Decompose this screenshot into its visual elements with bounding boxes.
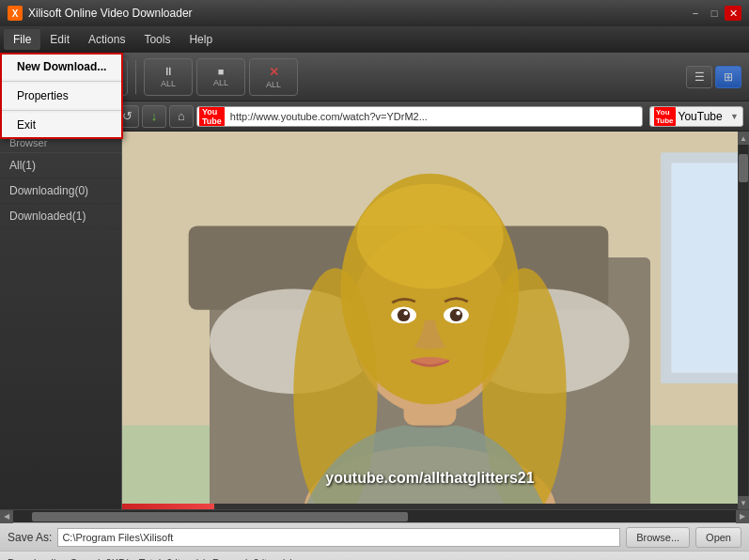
scroll-up-arrow[interactable]: ▲ bbox=[738, 132, 749, 145]
video-content bbox=[122, 132, 738, 509]
title-bar: X Xilisoft Online Video Downloader − □ ✕ bbox=[0, 0, 749, 26]
delete-all-icon: ✕ bbox=[269, 65, 279, 79]
delete-all-button[interactable]: ✕ ALL bbox=[249, 58, 298, 96]
menu-item-properties[interactable]: Properties bbox=[2, 84, 121, 108]
app-title: Xilisoft Online Video Downloader bbox=[28, 7, 687, 20]
save-as-label: Save As: bbox=[8, 531, 52, 544]
stop-all-button[interactable]: ■ ALL bbox=[196, 58, 245, 96]
svg-point-21 bbox=[456, 311, 460, 315]
svg-rect-3 bbox=[671, 163, 738, 373]
sidebar: Browser All(1) Downloading(0) Downloaded… bbox=[0, 132, 122, 509]
sidebar-item-all[interactable]: All(1) bbox=[0, 153, 121, 179]
horizontal-scrollbar: ◀ ▶ bbox=[0, 509, 749, 522]
pause-all-label: ALL bbox=[161, 79, 176, 88]
sidebar-item-downloaded[interactable]: Downloaded(1) bbox=[0, 204, 121, 229]
site-dropdown-icon: ▼ bbox=[730, 112, 739, 121]
home-icon: ⌂ bbox=[178, 109, 185, 123]
main-area: Browser All(1) Downloading(0) Downloaded… bbox=[0, 132, 749, 509]
scroll-left-arrow[interactable]: ◀ bbox=[0, 510, 13, 523]
video-area: youtube.com/allthatglitters21 bbox=[122, 132, 738, 509]
minimize-button[interactable]: − bbox=[687, 6, 704, 21]
list-view-button[interactable]: ☰ bbox=[686, 66, 712, 88]
yt-site-badge: YouTube bbox=[654, 107, 676, 126]
scroll-track[interactable] bbox=[739, 145, 748, 496]
menu-separator-1 bbox=[2, 81, 121, 82]
menu-tools[interactable]: Tools bbox=[134, 29, 179, 50]
grid-view-button[interactable]: ⊞ bbox=[715, 66, 741, 88]
video-frame: youtube.com/allthatglitters21 bbox=[122, 132, 738, 509]
sidebar-item-downloading[interactable]: Downloading(0) bbox=[0, 179, 121, 204]
file-dropdown-menu: New Download... Properties Exit bbox=[0, 53, 123, 139]
scroll-down-arrow[interactable]: ▼ bbox=[738, 496, 749, 509]
svg-point-18 bbox=[398, 309, 410, 321]
menu-item-new-download[interactable]: New Download... bbox=[2, 54, 121, 79]
menu-actions[interactable]: Actions bbox=[79, 29, 134, 50]
vertical-scrollbar[interactable]: ▲ ▼ bbox=[738, 132, 749, 509]
url-yt-badge: YouTube bbox=[199, 106, 225, 127]
delete-all-label: ALL bbox=[266, 80, 281, 89]
url-bar[interactable]: YouTube bbox=[196, 106, 643, 127]
h-scroll-track[interactable] bbox=[13, 512, 736, 521]
grid-view-icon: ⊞ bbox=[724, 70, 733, 84]
svg-point-19 bbox=[450, 309, 462, 321]
status-text: Downloading Speed: 0KB/s; Total: 0 item(… bbox=[8, 557, 293, 561]
menu-bar: File Edit Actions Tools Help New Downloa… bbox=[0, 26, 749, 53]
save-bar: Save As: Browse... Open bbox=[0, 522, 749, 551]
browse-button[interactable]: Browse... bbox=[626, 527, 690, 548]
menu-separator-2 bbox=[2, 110, 121, 111]
menu-item-exit[interactable]: Exit bbox=[2, 113, 121, 137]
scroll-right-arrow[interactable]: ▶ bbox=[736, 510, 749, 523]
view-buttons: ☰ ⊞ bbox=[686, 66, 741, 88]
window-controls: − □ ✕ bbox=[687, 6, 741, 21]
menu-help[interactable]: Help bbox=[179, 29, 222, 50]
site-selector[interactable]: YouTube YouTube ▼ bbox=[649, 106, 743, 127]
h-scroll-thumb[interactable] bbox=[32, 512, 408, 521]
pause-all-icon: ⏸ bbox=[163, 65, 174, 78]
menu-edit[interactable]: Edit bbox=[40, 29, 79, 50]
site-label: YouTube bbox=[679, 110, 723, 123]
url-input[interactable] bbox=[226, 111, 642, 122]
close-button[interactable]: ✕ bbox=[725, 6, 741, 21]
list-view-icon: ☰ bbox=[694, 70, 705, 84]
video-progress-bar-container bbox=[122, 504, 738, 509]
stop-all-icon: ■ bbox=[218, 66, 225, 77]
stop-all-label: ALL bbox=[213, 78, 228, 87]
home-button[interactable]: ⌂ bbox=[169, 105, 194, 128]
toolbar-sep-1 bbox=[135, 60, 136, 94]
video-progress-indicator bbox=[122, 504, 214, 509]
video-overlay-text: youtube.com/allthatglitters21 bbox=[325, 470, 534, 487]
app-icon: X bbox=[8, 6, 23, 21]
open-button[interactable]: Open bbox=[695, 527, 741, 548]
svg-point-15 bbox=[356, 184, 503, 289]
download-page-button[interactable]: ↓ bbox=[142, 105, 166, 128]
pause-all-button[interactable]: ⏸ ALL bbox=[144, 58, 193, 96]
save-path-input[interactable] bbox=[57, 528, 620, 547]
status-bar: Downloading Speed: 0KB/s; Total: 0 item(… bbox=[0, 551, 749, 560]
menu-file[interactable]: File bbox=[4, 29, 40, 50]
svg-point-20 bbox=[404, 311, 408, 315]
download-icon: ↓ bbox=[151, 109, 158, 123]
scroll-thumb[interactable] bbox=[739, 154, 748, 182]
maximize-button[interactable]: □ bbox=[706, 6, 723, 21]
